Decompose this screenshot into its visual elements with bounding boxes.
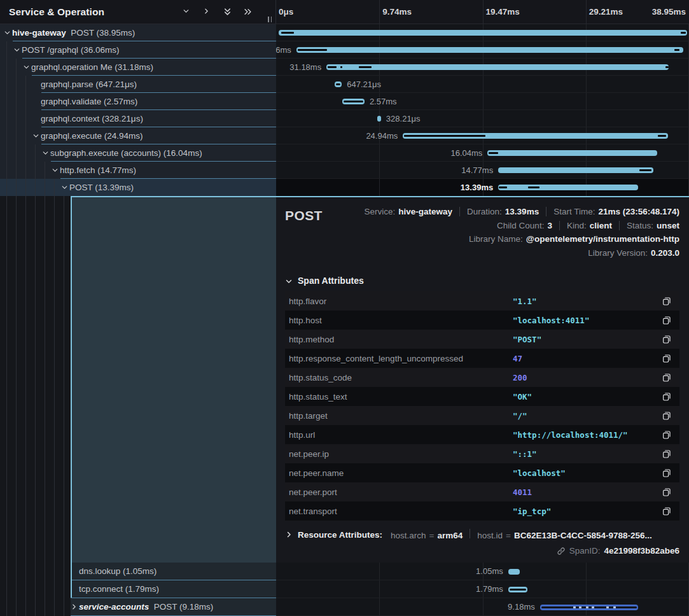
chevron-down-icon[interactable]: [41, 149, 50, 157]
indent-guide: [45, 580, 45, 598]
span-name-cell[interactable]: subgraph.execute (accounts) (16.04ms): [0, 144, 276, 162]
span-waterfall-cell[interactable]: 2.57ms: [276, 93, 689, 110]
indent-guide: [16, 59, 17, 76]
copy-icon[interactable]: [662, 334, 672, 344]
chevron-down-icon[interactable]: [3, 29, 11, 37]
span-waterfall-cell[interactable]: 38.95ms: [276, 24, 689, 41]
copy-icon[interactable]: [662, 391, 672, 402]
copy-icon[interactable]: [662, 487, 672, 497]
span-name-cell[interactable]: tcp.connect (1.79ms): [0, 580, 276, 598]
span-waterfall-cell[interactable]: 14.77ms: [276, 162, 689, 179]
span-duration-bar[interactable]: [498, 167, 653, 173]
indent-guide: [25, 196, 26, 563]
span-waterfall-cell[interactable]: 16.04ms: [276, 144, 689, 162]
span-row[interactable]: POST (13.39ms)13.39ms: [0, 179, 689, 196]
span-name-cell[interactable]: graphql.parse (647.21μs): [0, 76, 276, 93]
span-waterfall-cell[interactable]: 1.05ms: [276, 563, 689, 580]
span-name-cell[interactable]: graphql.operation Me (31.18ms): [0, 59, 276, 76]
copy-icon[interactable]: [662, 449, 672, 459]
expand-one-icon[interactable]: [202, 7, 212, 17]
span-attributes-section-header[interactable]: Span Attributes: [285, 276, 679, 286]
span-row[interactable]: hive-gateway POST (38.95ms)38.95ms: [0, 24, 689, 41]
indent-guide: [35, 563, 36, 580]
span-attributes-title: Span Attributes: [298, 276, 364, 286]
chevron-down-icon[interactable]: [13, 46, 21, 54]
span-waterfall-cell[interactable]: 24.94ms: [276, 127, 689, 144]
chevron-down-icon[interactable]: [32, 132, 40, 140]
span-duration-bar[interactable]: [279, 30, 687, 36]
collapse-one-icon[interactable]: [182, 7, 191, 17]
span-row[interactable]: graphql.validate (2.57ms)2.57ms: [0, 93, 689, 110]
copy-icon[interactable]: [662, 468, 672, 478]
span-row[interactable]: graphql.context (328.21μs)328.21μs: [0, 110, 689, 127]
span-name-cell[interactable]: POST /graphql (36.06ms): [0, 41, 276, 59]
indent-guide: [54, 196, 55, 563]
chevron-down-icon[interactable]: [22, 63, 31, 71]
span-waterfall-cell[interactable]: 647.21μs: [276, 76, 689, 93]
chevron-down-icon[interactable]: [60, 183, 69, 192]
span-row[interactable]: service-accounts POST (9.18ms)9.18ms: [0, 598, 689, 616]
span-waterfall-cell[interactable]: 31.18ms: [276, 59, 689, 76]
span-row[interactable]: subgraph.execute (accounts) (16.04ms)16.…: [0, 144, 689, 162]
attribute-row: http.url"http://localhost:4011/": [285, 425, 679, 444]
span-duration-bar[interactable]: [540, 605, 638, 610]
attribute-key: net.peer.ip: [289, 449, 513, 459]
copy-icon[interactable]: [662, 410, 672, 421]
meta-divider: [546, 207, 546, 216]
copy-icon[interactable]: [662, 296, 672, 306]
span-waterfall-cell[interactable]: 9.18ms: [276, 598, 689, 616]
column-resize-handle[interactable]: [268, 17, 272, 22]
span-waterfall-cell[interactable]: 1.79ms: [276, 580, 689, 598]
span-name-cell[interactable]: graphql.context (328.21μs): [0, 110, 276, 127]
copy-icon[interactable]: [662, 372, 672, 382]
span-row[interactable]: http.fetch (14.77ms)14.77ms: [0, 162, 689, 179]
span-duration-bar[interactable]: [508, 569, 520, 575]
collapse-all-icon[interactable]: [223, 7, 232, 17]
child-span-marker: [281, 32, 294, 34]
span-waterfall-cell[interactable]: 13.39ms: [276, 179, 689, 196]
link-icon[interactable]: [557, 547, 566, 556]
span-name-cell[interactable]: dns.lookup (1.05ms): [0, 563, 276, 580]
span-duration-bar[interactable]: [342, 99, 365, 104]
span-name-cell[interactable]: graphql.execute (24.94ms): [0, 127, 276, 144]
copy-icon[interactable]: [662, 506, 672, 516]
expand-all-icon[interactable]: [243, 7, 253, 17]
span-name-cell[interactable]: hive-gateway POST (38.95ms): [0, 24, 276, 41]
span-row[interactable]: graphql.execute (24.94ms)24.94ms: [0, 127, 689, 144]
span-name-cell[interactable]: http.fetch (14.77ms): [0, 162, 276, 179]
copy-icon[interactable]: [662, 353, 672, 363]
span-duration-bar[interactable]: [326, 64, 669, 70]
indent-guide: [16, 127, 17, 144]
span-waterfall-cell[interactable]: 36.06ms: [276, 41, 689, 59]
child-span-marker: [489, 152, 498, 154]
span-waterfall-cell[interactable]: 328.21μs: [276, 110, 689, 127]
attribute-key: http.status_text: [289, 392, 513, 402]
span-row[interactable]: tcp.connect (1.79ms)1.79ms: [0, 580, 689, 598]
span-duration-bar[interactable]: [508, 587, 527, 592]
attribute-row: http.response_content_length_uncompresse…: [285, 349, 679, 368]
indent-guide: [25, 598, 26, 616]
chevron-right-icon[interactable]: [70, 603, 78, 611]
span-name-cell[interactable]: graphql.validate (2.57ms): [0, 93, 276, 110]
chevron-down-icon[interactable]: [51, 166, 59, 174]
span-row[interactable]: graphql.operation Me (31.18ms)31.18ms: [0, 59, 689, 76]
attribute-value: "localhost:4011": [513, 316, 662, 325]
span-duration-bar[interactable]: [498, 185, 638, 190]
span-duration-bar[interactable]: [487, 150, 657, 156]
span-row[interactable]: dns.lookup (1.05ms)1.05ms: [0, 563, 689, 580]
indent-guide: [64, 580, 64, 598]
copy-icon[interactable]: [662, 315, 672, 325]
span-name-cell[interactable]: POST (13.39ms): [0, 179, 276, 196]
attribute-row: http.method"POST": [285, 330, 679, 349]
copy-icon[interactable]: [662, 430, 672, 440]
indent-guide: [6, 41, 7, 59]
span-duration-label: 647.21μs: [342, 76, 381, 93]
span-row[interactable]: graphql.parse (647.21μs)647.21μs: [0, 76, 689, 93]
resource-attributes-row[interactable]: Resource Attributes: host.arch=arm64host…: [285, 529, 679, 540]
span-name-cell[interactable]: service-accounts POST (9.18ms): [0, 598, 276, 616]
span-row[interactable]: POST /graphql (36.06ms)36.06ms: [0, 41, 689, 59]
span-duration-bar[interactable]: [335, 81, 342, 87]
meta-label: Library Version:: [588, 246, 648, 260]
span-duration-bar[interactable]: [296, 47, 683, 53]
indent-guide: [6, 196, 7, 563]
